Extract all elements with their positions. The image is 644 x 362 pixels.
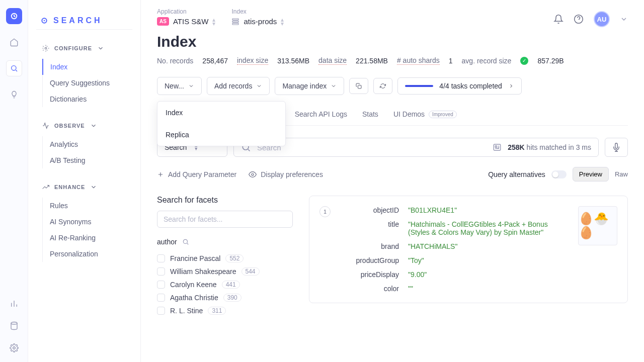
sidebar-item-dictionaries[interactable]: Dictionaries — [43, 91, 132, 107]
record-value: "9.00" — [408, 270, 427, 279]
record-key: title — [339, 220, 399, 236]
sidebar-item-synonyms[interactable]: AI Synonyms — [43, 214, 132, 230]
record-value: "Toy" — [408, 256, 424, 264]
app-logo[interactable] — [6, 8, 22, 24]
plus-icon — [157, 171, 164, 178]
facet-count: 544 — [242, 267, 260, 276]
svg-point-10 — [575, 15, 583, 24]
sidebar-item-personalization[interactable]: Personalization — [43, 246, 132, 262]
facet-item[interactable]: Carolyn Keene441 — [157, 278, 293, 291]
checkbox[interactable] — [157, 254, 165, 262]
sort-icon: ▴▾ — [212, 18, 215, 26]
refresh-icon — [380, 83, 386, 89]
section-header-enhance[interactable]: ENHANCE — [36, 180, 132, 194]
search-logo-icon — [40, 17, 48, 25]
checkbox[interactable] — [157, 307, 165, 315]
facet-group-author: author — [157, 238, 293, 246]
svg-rect-9 — [232, 23, 238, 25]
sidebar-item-query-suggestions[interactable]: Query Suggestions — [43, 75, 132, 91]
add-query-param-button[interactable]: Add Query Parameter — [157, 170, 236, 178]
facet-label: Francine Pascal — [170, 254, 220, 262]
facet-item[interactable]: Francine Pascal552 — [157, 252, 293, 265]
id-card-icon[interactable] — [493, 143, 502, 152]
record-field: priceDisplay"9.00" — [339, 270, 570, 279]
svg-rect-13 — [494, 144, 501, 150]
checkbox[interactable] — [157, 267, 165, 276]
record-value: "B01LXRU4E1" — [408, 206, 457, 214]
sort-icon: ▴▾ — [281, 18, 284, 26]
subactions: Add Query Parameter Display preferences … — [157, 167, 628, 182]
add-records-button[interactable]: Add records — [207, 77, 270, 95]
app-badge: AS — [157, 17, 169, 26]
facet-search-input[interactable] — [157, 211, 293, 228]
facet-item[interactable]: R. L. Stine311 — [157, 304, 293, 317]
svg-point-3 — [13, 347, 15, 349]
svg-point-1 — [11, 66, 16, 70]
facet-label: William Shakespeare — [170, 267, 236, 276]
facets-column: Search for facets author Francine Pascal… — [157, 196, 293, 317]
section-header-observe[interactable]: OBSERVE — [36, 119, 132, 132]
search-product-icon[interactable] — [6, 60, 22, 76]
bulb-icon[interactable] — [8, 88, 20, 101]
facet-count: 552 — [225, 254, 244, 262]
facet-item[interactable]: Agatha Christie390 — [157, 291, 293, 304]
check-icon: ✓ — [520, 57, 528, 65]
tab-ui-demos[interactable]: UI Demos Improved — [393, 105, 457, 125]
section-header-configure[interactable]: CONFIGURE — [36, 42, 132, 55]
actions-row: New... Add records Manage index — [157, 77, 628, 95]
sidebar-item-rules[interactable]: Rules — [43, 198, 132, 214]
record-value: "HATCHiMALS" — [408, 242, 457, 250]
pulse-icon — [42, 122, 49, 129]
svg-point-15 — [183, 239, 187, 243]
copy-button[interactable] — [349, 78, 368, 94]
checkbox[interactable] — [157, 294, 165, 302]
raw-button[interactable]: Raw — [615, 170, 628, 178]
checkbox[interactable] — [157, 281, 165, 289]
chevron-down-icon — [90, 122, 97, 129]
index-picker[interactable]: Index atis-prods ▴▾ — [231, 8, 284, 26]
record-field: productGroup"Toy" — [339, 256, 570, 264]
facet-item[interactable]: William Shakespeare544 — [157, 265, 293, 278]
chart-icon[interactable] — [8, 298, 20, 310]
sidebar-item-index[interactable]: Index — [42, 59, 132, 75]
index-icon — [231, 18, 239, 26]
avatar[interactable]: AU — [594, 11, 610, 27]
svg-rect-7 — [232, 19, 238, 20]
manage-index-button[interactable]: Manage index — [275, 77, 344, 95]
dropdown-item-index[interactable]: Index — [157, 102, 285, 124]
help-icon[interactable] — [574, 14, 584, 24]
home-icon[interactable] — [8, 36, 20, 48]
settings-icon[interactable] — [8, 342, 20, 354]
record-field: color"" — [339, 285, 570, 293]
sidebar-item-abtesting[interactable]: A/B Testing — [43, 152, 132, 168]
mic-button[interactable] — [605, 138, 628, 157]
facet-count: 441 — [222, 281, 240, 289]
new-button[interactable]: New... — [157, 77, 202, 95]
tab-stats[interactable]: Stats — [362, 105, 378, 125]
sidebar-item-reranking[interactable]: AI Re-Ranking — [43, 230, 132, 246]
application-picker[interactable]: Application AS ATIS S&W ▴▾ — [157, 8, 215, 26]
search-icon[interactable] — [182, 238, 189, 245]
preview-button[interactable]: Preview — [573, 167, 609, 182]
refresh-button[interactable] — [373, 78, 392, 94]
sidebar-brand: SEARCH — [36, 12, 132, 30]
dropdown-item-replica[interactable]: Replica — [157, 124, 285, 146]
new-dropdown: Index Replica — [157, 101, 286, 146]
tasks-button[interactable]: 4/4 tasks completed — [397, 77, 522, 95]
display-prefs-button[interactable]: Display preferences — [249, 170, 323, 178]
notifications-icon[interactable] — [553, 14, 564, 24]
database-icon[interactable] — [8, 320, 20, 332]
chevron-down-icon[interactable] — [620, 15, 628, 23]
topbar: Application AS ATIS S&W ▴▾ Index atis-pr… — [141, 0, 644, 33]
sidebar-item-analytics[interactable]: Analytics — [43, 136, 132, 152]
record-field: objectID"B01LXRU4E1" — [339, 206, 570, 214]
svg-rect-8 — [232, 21, 238, 22]
svg-rect-11 — [358, 85, 362, 89]
searchbox: 258K hits matched in 3 ms — [233, 138, 599, 157]
chevron-down-icon — [256, 83, 262, 89]
record-key: objectID — [339, 206, 399, 214]
main-content: Application AS ATIS S&W ▴▾ Index atis-pr… — [141, 0, 644, 362]
search-input[interactable] — [257, 143, 487, 152]
tab-search-api-logs[interactable]: Search API Logs — [295, 105, 347, 125]
query-alt-toggle[interactable] — [551, 170, 567, 178]
